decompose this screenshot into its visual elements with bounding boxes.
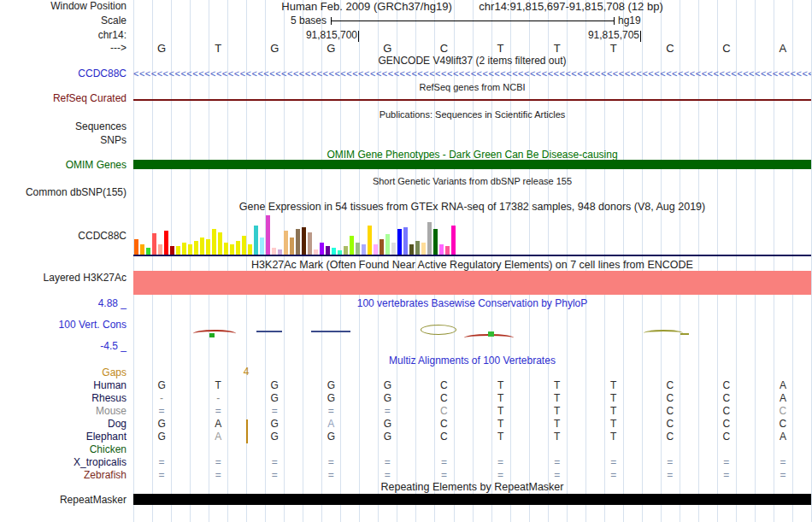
repeatmasker-element-bar[interactable] (133, 494, 811, 505)
multiz-species-label-x_tropicalis[interactable]: X_tropicalis (0, 457, 127, 468)
gtex-bar (152, 233, 156, 255)
gencode-track-header: GENCODE V49lift37 (2 items filtered out) (133, 56, 811, 67)
gtex-bar (158, 244, 162, 255)
snps-track-label[interactable]: SNPs (0, 135, 127, 146)
repeatmasker-track-label[interactable]: RepeatMasker (0, 495, 127, 506)
window-position-label: Window Position (0, 1, 127, 12)
multiz-cell: A (303, 419, 359, 430)
multiz-cell: T (585, 380, 642, 391)
omim-gene-bar[interactable] (133, 160, 811, 169)
ruler-base: T (585, 42, 642, 55)
multiz-cell: - (133, 393, 190, 404)
multiz-species-label-human[interactable]: Human (0, 380, 127, 391)
multiz-cell: = (246, 457, 303, 468)
gtex-bar (362, 244, 366, 255)
multiz-cell: G (133, 380, 190, 391)
multiz-cell: = (698, 457, 755, 468)
multiz-species-label-elephant[interactable]: Elephant (0, 431, 127, 443)
multiz-cell: = (190, 406, 246, 417)
ruler-base: A (755, 42, 811, 55)
scale-label: Scale (0, 15, 127, 26)
gtex-bar (397, 229, 402, 255)
multiz-cell: C (642, 393, 698, 404)
gtex-bar (194, 241, 198, 255)
multiz-cell: T (473, 431, 529, 443)
sequences-track-label[interactable]: Sequences (0, 121, 127, 132)
multiz-cell: = (642, 457, 698, 468)
gtex-bar (200, 238, 204, 255)
gtex-bar (212, 229, 216, 255)
multiz-cell: T (529, 380, 585, 391)
ruler-base: G (133, 42, 190, 55)
gtex-bar (385, 234, 390, 255)
gtex-bar (176, 246, 180, 255)
multiz-species-label-chicken[interactable]: Chicken (0, 444, 127, 455)
multiz-cell: T (529, 419, 585, 430)
dbsnp-track-label[interactable]: Common dbSNP(155) (0, 187, 127, 198)
multiz-cell: C (698, 419, 755, 430)
multiz-cell: A (190, 431, 246, 443)
multiz-gaps-label[interactable]: Gaps (0, 367, 127, 378)
assembly-text: Human Feb. 2009 (GRCh37/hg19) (281, 0, 451, 13)
omim-genes-label[interactable]: OMIM Genes (0, 160, 127, 171)
coord-tick (358, 31, 359, 42)
gtex-bar (218, 232, 222, 255)
multiz-cell: G (303, 431, 359, 443)
multiz-cell: C (642, 419, 698, 430)
gtex-bar (224, 243, 228, 255)
multiz-cell: C (642, 406, 698, 417)
cons-track-label[interactable]: 100 Vert. Cons (0, 320, 127, 331)
gtex-gene-label[interactable]: CCDC88C (0, 231, 127, 242)
h3k27ac-track-header: H3K27Ac Mark (Often Found Near Active Re… (133, 260, 811, 271)
coord-right: 91,815,705 (538, 30, 639, 41)
multiz-cell: T (529, 406, 585, 417)
h3k27ac-signal-bar[interactable] (133, 271, 811, 295)
gtex-bar (451, 226, 456, 255)
gtex-bar (380, 239, 384, 255)
multiz-cell: = (585, 470, 642, 481)
gtex-bar (254, 226, 258, 255)
multiz-cell: C (415, 406, 472, 417)
gtex-bar (332, 248, 336, 255)
multiz-cell: = (133, 406, 190, 417)
gtex-bar (374, 244, 378, 255)
multiz-cell: C (755, 406, 811, 417)
gtex-expression-chart[interactable] (134, 210, 459, 255)
multiz-species-label-rhesus[interactable]: Rhesus (0, 393, 127, 404)
multiz-cell: G (133, 431, 190, 443)
gtex-bar (266, 215, 270, 255)
multiz-cell: G (359, 419, 415, 430)
gtex-bar (421, 243, 426, 255)
multiz-cell: T (473, 406, 529, 417)
position-text: chr14:91,815,697-91,815,708 (12 bp) (479, 0, 662, 13)
gtex-bar (302, 227, 306, 255)
ruler-base: T (529, 42, 585, 55)
multiz-cell: A (755, 431, 811, 443)
gencode-gene-label[interactable]: CCDC88C (0, 68, 127, 79)
gtex-bar (415, 241, 420, 255)
h3k27ac-track-label[interactable]: Layered H3K27Ac (0, 273, 127, 284)
refseq-curated-label[interactable]: RefSeq Curated (0, 93, 127, 104)
multiz-species-label-mouse[interactable]: Mouse (0, 406, 127, 417)
multiz-species-label-dog[interactable]: Dog (0, 419, 127, 430)
gtex-bar (206, 239, 210, 255)
multiz-species-label-zebrafish[interactable]: Zebrafish (0, 470, 127, 481)
multiz-cell: = (359, 457, 415, 468)
multiz-cell: C (698, 380, 755, 391)
gtex-bar (356, 243, 360, 255)
multiz-cell: T (473, 380, 529, 391)
gtex-bar (182, 243, 186, 255)
multiz-cell: = (246, 406, 303, 417)
refseq-gene-line[interactable] (133, 99, 811, 101)
gencode-gene-item[interactable]: <<<<<<<<<<<<<<<<<<<<<<<<<<<<<<<<<<<<<<<<… (133, 67, 811, 79)
multiz-cell: = (359, 470, 415, 481)
scale-bracket-line (332, 21, 614, 21)
publications-track-header: Publications: Sequences in Scientific Ar… (133, 109, 811, 120)
multiz-cell: T (473, 419, 529, 430)
ruler-base: T (473, 42, 529, 55)
gtex-bar (445, 246, 450, 255)
multiz-cell: C (698, 393, 755, 404)
multiz-cell: G (246, 419, 303, 430)
ruler-base: G (246, 42, 303, 55)
multiz-gap-count: 4 (238, 367, 255, 378)
